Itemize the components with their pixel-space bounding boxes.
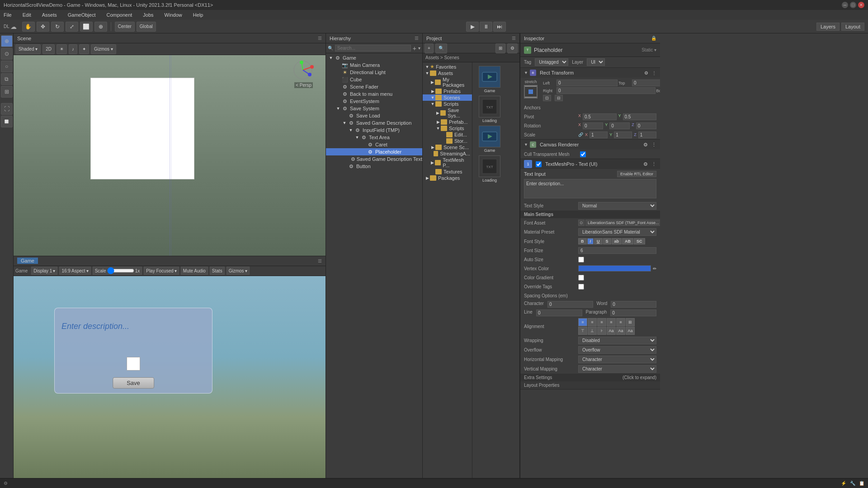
rot-z-input[interactable] bbox=[636, 122, 656, 129]
vertex-color-swatch[interactable] bbox=[578, 265, 651, 272]
step-button[interactable]: ⏭ bbox=[493, 22, 506, 32]
hierarchy-item-saved-desc-text[interactable]: ⚙ Saved Game Description Text bbox=[326, 155, 422, 163]
status-icon-3[interactable]: 📋 bbox=[859, 481, 864, 486]
style-lowercase[interactable]: ab bbox=[612, 238, 622, 244]
align-middle[interactable]: ⊥ bbox=[588, 327, 597, 335]
extra-settings-row[interactable]: Extra Settings (Click to expand) bbox=[520, 374, 660, 381]
pivot-y-input[interactable] bbox=[623, 113, 656, 120]
pause-button[interactable]: ⏸ bbox=[480, 22, 492, 32]
align-right[interactable]: ≡ bbox=[597, 318, 606, 326]
asset-loading-1[interactable]: TXT Loading bbox=[476, 96, 503, 123]
align-left[interactable]: ≡ bbox=[578, 318, 587, 326]
hierarchy-item-save-system[interactable]: ▼ ⚙ Save System bbox=[326, 105, 422, 112]
hierarchy-item-dir-light[interactable]: ☀ Directional Light bbox=[326, 69, 422, 76]
scene-gizmos-btn[interactable]: Gizmos ▾ bbox=[91, 44, 116, 54]
char-spacing-input[interactable] bbox=[547, 301, 593, 308]
tmp-enable-check[interactable] bbox=[536, 161, 542, 167]
align-baseline[interactable]: Aa bbox=[607, 327, 616, 335]
blueprint-btn[interactable]: ⊡ bbox=[543, 95, 551, 101]
hierarchy-item-back-to-main[interactable]: ⚙ Back to main menu bbox=[326, 90, 422, 98]
rot-y-input[interactable] bbox=[609, 122, 630, 129]
rect-transform-header[interactable]: ▼ R Rect Transform ⚙ ⋮ bbox=[520, 68, 660, 78]
menu-help[interactable]: Help bbox=[191, 11, 205, 19]
display-dropdown[interactable]: Display 1 ▾ bbox=[31, 267, 57, 275]
aspect-dropdown[interactable]: 16:9 Aspect ▾ bbox=[59, 267, 90, 275]
folder-stor[interactable]: Stor... bbox=[423, 138, 472, 144]
align-top[interactable]: ⊤ bbox=[578, 327, 587, 335]
folder-scripts[interactable]: ▼ Scripts bbox=[423, 101, 472, 107]
layers-dropdown[interactable]: Layers bbox=[816, 23, 840, 31]
hierarchy-item-main-camera[interactable]: 📷 Main Camera bbox=[326, 61, 422, 69]
rt-top-input[interactable] bbox=[632, 80, 660, 86]
rt-left-input[interactable] bbox=[557, 80, 618, 86]
game-save-button[interactable]: Save bbox=[113, 377, 154, 389]
hierarchy-item-button[interactable]: ⚙ Button bbox=[326, 163, 422, 170]
hierarchy-item-text-area[interactable]: ▼ ⚙ Text Area bbox=[326, 134, 422, 141]
folder-prefab-2[interactable]: ▶ Prefab... bbox=[423, 119, 472, 125]
enable-rtl-btn[interactable]: Enable RTL Editor bbox=[617, 171, 656, 177]
style-underline[interactable]: U bbox=[594, 238, 603, 244]
overflow-select[interactable]: Overflow bbox=[578, 346, 656, 354]
tool-move[interactable]: ✥ bbox=[37, 22, 49, 32]
tool-transform[interactable]: ⊕ bbox=[94, 22, 107, 32]
hierarchy-item-save-load[interactable]: ⚙ Save Load bbox=[326, 112, 422, 119]
hierarchy-add-btn[interactable]: + bbox=[413, 45, 416, 52]
raw-edit-btn[interactable]: ⊟ bbox=[555, 95, 563, 101]
tool-rotate[interactable]: ↻ bbox=[51, 22, 64, 32]
folder-scenes[interactable]: ▼ Scenes bbox=[423, 94, 472, 101]
scale-slider[interactable] bbox=[107, 268, 134, 273]
folder-scripts-2[interactable]: ▼ Scripts bbox=[423, 125, 472, 131]
layer-select[interactable]: UI bbox=[587, 58, 605, 66]
hierarchy-item-cube[interactable]: ⬛ Cube bbox=[326, 76, 422, 83]
hierarchy-item-placeholder[interactable]: ⚙ Placeholder bbox=[326, 148, 422, 155]
gizmos-dropdown[interactable]: Gizmos ▾ bbox=[226, 267, 250, 275]
close-btn[interactable]: ✕ bbox=[858, 2, 864, 8]
folder-scene-sc[interactable]: ▶ Scene Sc... bbox=[423, 144, 472, 150]
play-button[interactable]: ▶ bbox=[466, 22, 479, 32]
folder-textures[interactable]: Textures bbox=[423, 169, 472, 175]
left-tool-6[interactable]: 🔲 bbox=[1, 116, 13, 127]
pivot-center-btn[interactable]: Center bbox=[115, 22, 135, 32]
folder-my-packages[interactable]: ▶ My Packages bbox=[423, 76, 472, 88]
minimize-btn[interactable]: ─ bbox=[842, 2, 848, 8]
canvas-renderer-header[interactable]: ▼ C Canvas Renderer ⚙ ⋮ bbox=[520, 140, 660, 150]
rot-x-input[interactable] bbox=[583, 122, 603, 129]
game-tab-menu[interactable]: ☰ bbox=[318, 258, 322, 263]
canvas-renderer-more[interactable]: ⋮ bbox=[651, 142, 656, 148]
left-tool-1[interactable]: ⊙ bbox=[1, 48, 13, 60]
mute-audio-btn[interactable]: Mute Audio bbox=[181, 267, 208, 275]
hierarchy-menu[interactable]: ☰ bbox=[415, 36, 419, 41]
tmp-more[interactable]: ⋮ bbox=[651, 161, 656, 167]
textmeshpro-header[interactable]: 1 TextMeshPro - Text (UI) ⚙ ⋮ bbox=[520, 159, 660, 169]
folder-textmesh[interactable]: ▶ TextMesh P... bbox=[423, 157, 472, 169]
tag-select[interactable]: Untagged bbox=[535, 58, 568, 66]
font-size-input[interactable] bbox=[578, 247, 656, 254]
game-tab-label[interactable]: Game bbox=[17, 258, 38, 264]
scene-fx-btn[interactable]: ✦ bbox=[79, 44, 89, 54]
align-flush[interactable]: ≡ bbox=[616, 318, 625, 326]
scale-link-icon[interactable]: 🔗 bbox=[578, 132, 583, 137]
tool-scale[interactable]: ⤢ bbox=[66, 22, 78, 32]
anchor-preset-btn[interactable] bbox=[524, 85, 538, 99]
left-tool-0[interactable]: ⊕ bbox=[1, 35, 13, 47]
hierarchy-search-input[interactable] bbox=[335, 45, 411, 52]
menu-assets[interactable]: Assets bbox=[40, 11, 59, 19]
rect-reset-btn[interactable]: ⚙ bbox=[644, 70, 648, 75]
folder-prefabs[interactable]: ▶ Prefabs bbox=[423, 88, 472, 94]
asset-game-2[interactable]: Game bbox=[476, 126, 503, 153]
folder-edit[interactable]: Edit... bbox=[423, 131, 472, 138]
paragraph-spacing-input[interactable] bbox=[610, 310, 656, 316]
folder-favorites[interactable]: ▼ ★ Favorites bbox=[423, 63, 472, 70]
canvas-renderer-reset[interactable]: ⚙ bbox=[643, 142, 648, 148]
style-italic[interactable]: I bbox=[587, 238, 594, 244]
hierarchy-more-btn[interactable]: ▾ bbox=[418, 46, 420, 51]
stats-btn[interactable]: Stats bbox=[210, 267, 225, 275]
menu-edit[interactable]: Edit bbox=[21, 11, 33, 19]
left-tool-4[interactable]: ⊞ bbox=[1, 86, 13, 98]
rect-more-btn[interactable]: ⋮ bbox=[652, 70, 656, 75]
rt-right-input[interactable] bbox=[557, 87, 656, 94]
wrapping-select[interactable]: Disabled bbox=[578, 337, 656, 344]
hierarchy-item-game[interactable]: ▼ ⚙ Game bbox=[326, 54, 422, 61]
vert-mapping-select[interactable]: Character bbox=[578, 365, 656, 373]
align-midline[interactable]: Aa bbox=[616, 327, 625, 335]
